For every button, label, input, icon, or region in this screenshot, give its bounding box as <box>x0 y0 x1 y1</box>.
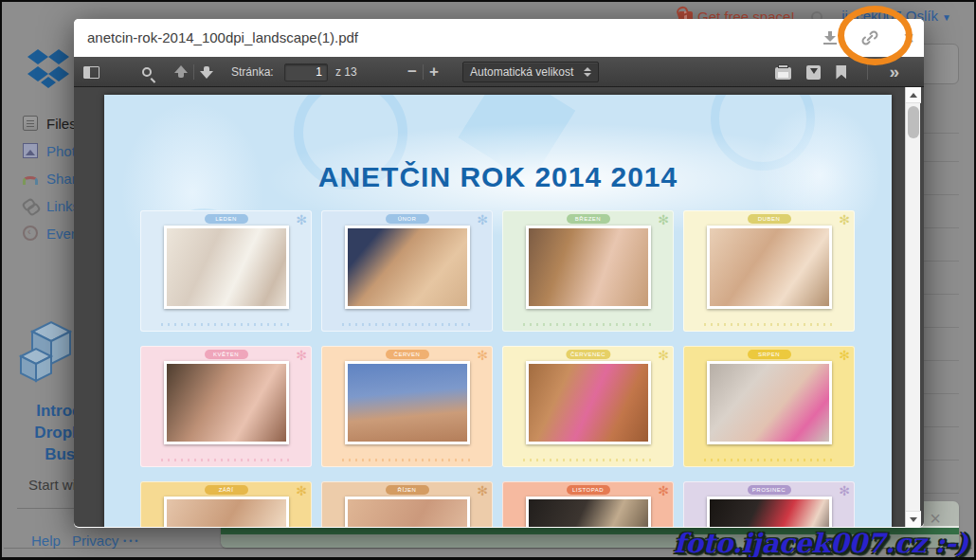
flower-decoration-icon: ✻ <box>658 348 669 363</box>
toolbar-divider <box>193 64 194 80</box>
zoom-level-select[interactable]: Automatická velikost <box>462 62 599 82</box>
flower-decoration-icon: ✻ <box>658 212 669 227</box>
month-label: PROSINEC <box>748 485 791 495</box>
toolbar-divider <box>867 64 868 80</box>
flower-decoration-icon: ✻ <box>477 348 488 363</box>
flower-decoration-icon: ✻ <box>477 212 488 227</box>
baby-photo <box>345 361 470 444</box>
calendar-month-card: ČERVENEC✻ <box>502 346 674 467</box>
day-numbers-strip <box>161 459 292 461</box>
sidebar-item-files[interactable]: Files <box>23 112 77 135</box>
events-icon <box>23 226 38 241</box>
baby-photo <box>526 226 651 309</box>
calendar-month-card: ŘÍJEN✻ <box>321 481 493 527</box>
baby-photo <box>164 497 289 527</box>
month-label: ŘÍJEN <box>386 485 429 495</box>
page-count-label: z 13 <box>335 65 357 79</box>
day-numbers-strip <box>704 459 835 461</box>
sidebar-toggle-icon[interactable] <box>83 66 99 79</box>
baby-photo <box>707 497 832 527</box>
month-label: DUBEN <box>748 214 791 224</box>
select-arrows-icon <box>584 67 591 77</box>
banner-bottom-divider <box>4 548 972 549</box>
download-icon[interactable] <box>823 31 837 45</box>
dropbox-boxes-illustration <box>15 311 78 387</box>
chevron-down-icon: ▼ <box>942 12 951 23</box>
pdf-filename: anetcin-rok-2014_100dpi_landscape(1).pdf <box>87 29 358 45</box>
month-label: KVĚTEN <box>205 350 248 359</box>
zoom-out-button[interactable]: − <box>407 64 417 80</box>
calendar-month-card: PROSINEC✻ <box>683 481 855 527</box>
calendar-title: ANETČIN ROK 2014 2014 <box>104 161 892 193</box>
toolbar-download-icon[interactable] <box>806 65 821 80</box>
sidebar-item-links[interactable]: Links <box>23 194 80 217</box>
zoom-in-button[interactable]: + <box>429 64 439 80</box>
baby-photo <box>707 361 832 444</box>
scroll-up-button[interactable] <box>906 87 921 103</box>
month-label: ČERVEN <box>386 350 429 359</box>
link-icon[interactable] <box>859 27 880 48</box>
rainbow-icon <box>23 176 38 185</box>
calendar-grid: LEDEN✻ÚNOR✻BŘEZEN✻DUBEN✻KVĚTEN✻ČERVEN✻ČE… <box>140 210 857 527</box>
pdf-toolbar: Stránka: z 13 − + Automatická velikost <box>74 57 924 87</box>
month-label: SRPEN <box>748 350 791 359</box>
dropbox-logo <box>25 47 72 91</box>
flower-decoration-icon: ✻ <box>839 348 850 363</box>
baby-photo <box>164 361 289 444</box>
scrollbar-thumb[interactable] <box>908 106 919 138</box>
calendar-month-card: ČERVEN✻ <box>321 346 493 467</box>
day-numbers-strip <box>342 459 473 461</box>
scrollbar[interactable] <box>905 87 920 527</box>
print-icon[interactable] <box>775 67 791 80</box>
footer-more-button[interactable]: ••• <box>123 536 140 546</box>
flower-decoration-icon: ✻ <box>296 212 307 227</box>
month-label: LEDEN <box>205 214 248 224</box>
zoom-level-value: Automatická velikost <box>470 65 573 79</box>
calendar-month-card: LEDEN✻ <box>140 210 312 332</box>
month-label: ZÁŘÍ <box>205 485 248 495</box>
page-number-input[interactable] <box>284 63 328 81</box>
find-icon[interactable] <box>142 67 152 77</box>
baby-photo <box>345 226 470 309</box>
flower-decoration-icon: ✻ <box>296 483 307 498</box>
day-numbers-strip <box>523 323 654 326</box>
baby-photo <box>707 226 832 309</box>
day-numbers-strip <box>704 323 835 326</box>
chain-icon <box>23 198 38 213</box>
calendar-month-card: BŘEZEN✻ <box>502 210 674 332</box>
flower-decoration-icon: ✻ <box>839 483 850 498</box>
day-numbers-strip <box>523 459 654 461</box>
baby-photo <box>526 361 651 444</box>
next-page-button[interactable] <box>200 65 213 79</box>
toolbar-divider <box>423 64 424 80</box>
calendar-month-card: SRPEN✻ <box>683 346 855 467</box>
month-label: ČERVENEC <box>566 350 610 359</box>
month-label: LISTOPAD <box>567 485 610 495</box>
banner-close-button[interactable]: × <box>925 509 946 530</box>
month-label: ÚNOR <box>386 214 429 224</box>
baby-photo <box>526 497 651 527</box>
photos-icon <box>23 143 38 158</box>
sidebar-item-label: Files <box>46 116 77 132</box>
file-icon <box>23 116 38 131</box>
help-link[interactable]: Help <box>31 533 61 549</box>
flower-decoration-icon: ✻ <box>477 483 488 498</box>
bookmark-icon[interactable] <box>836 65 846 80</box>
calendar-month-card: DUBEN✻ <box>683 210 855 332</box>
more-tools-button[interactable]: » <box>889 63 899 81</box>
calendar-month-card: LISTOPAD✻ <box>502 481 674 527</box>
pdf-preview-modal: anetcin-rok-2014_100dpi_landscape(1).pdf… <box>74 19 924 528</box>
modal-title-bar: anetcin-rok-2014_100dpi_landscape(1).pdf… <box>74 19 924 57</box>
flower-decoration-icon: ✻ <box>839 212 850 227</box>
scroll-down-button[interactable] <box>906 511 921 527</box>
close-icon[interactable]: × <box>903 28 914 47</box>
previous-page-button[interactable] <box>174 65 188 79</box>
day-numbers-strip <box>161 323 292 326</box>
flower-decoration-icon: ✻ <box>296 348 307 363</box>
pdf-content-area: ANETČIN ROK 2014 2014 LEDEN✻ÚNOR✻BŘEZEN✻… <box>74 87 924 527</box>
privacy-link[interactable]: Privacy <box>72 533 118 549</box>
baby-photo <box>345 497 470 527</box>
flower-decoration-icon: ✻ <box>658 483 669 498</box>
calendar-month-card: ÚNOR✻ <box>321 210 493 332</box>
calendar-month-card: KVĚTEN✻ <box>140 346 312 467</box>
